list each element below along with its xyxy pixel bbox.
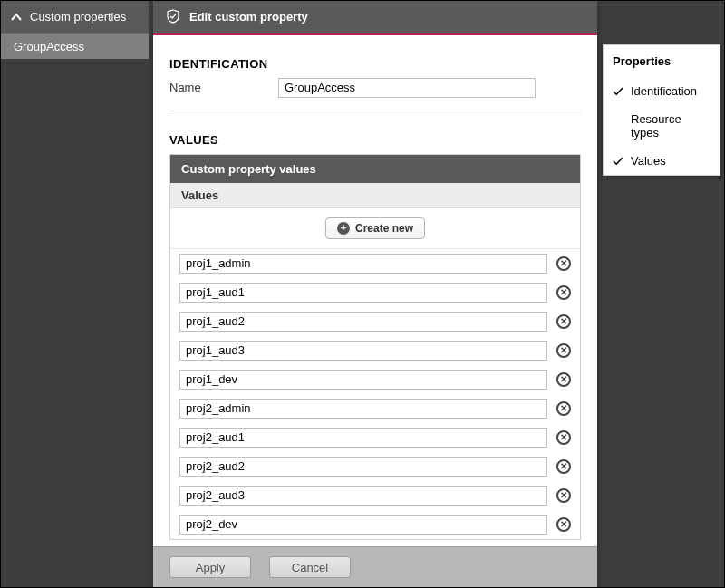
- value-row: ✕: [170, 394, 580, 423]
- apply-button[interactable]: Apply: [169, 556, 251, 578]
- properties-title: Properties: [604, 45, 720, 77]
- value-row: ✕: [170, 452, 580, 481]
- delete-icon[interactable]: ✕: [556, 372, 571, 387]
- value-input[interactable]: [179, 283, 547, 303]
- sidebar-item[interactable]: GroupAccess: [1, 34, 149, 59]
- properties-item[interactable]: Identification: [604, 77, 720, 105]
- shield-icon: [166, 9, 180, 24]
- value-row: ✕: [170, 365, 580, 394]
- value-row: ✕: [170, 278, 580, 307]
- delete-icon[interactable]: ✕: [556, 430, 571, 445]
- value-row: ✕: [170, 307, 580, 336]
- properties-item-label: Values: [631, 154, 666, 168]
- name-input[interactable]: [278, 78, 536, 98]
- properties-item[interactable]: Values: [604, 147, 720, 175]
- value-input[interactable]: [179, 399, 547, 419]
- delete-icon[interactable]: ✕: [556, 459, 571, 474]
- properties-item-label: Resource types: [631, 112, 710, 140]
- value-input[interactable]: [179, 428, 547, 448]
- delete-icon[interactable]: ✕: [556, 401, 571, 416]
- properties-item-label: Identification: [631, 84, 697, 98]
- sidebar: Custom properties GroupAccess: [1, 1, 149, 59]
- value-row: ✕: [170, 249, 580, 278]
- value-input[interactable]: [179, 312, 547, 332]
- footer: Apply Cancel: [153, 546, 597, 587]
- values-column-header: Values: [170, 183, 580, 208]
- value-input[interactable]: [179, 370, 547, 390]
- value-row: ✕: [170, 423, 580, 452]
- sidebar-header-label: Custom properties: [30, 10, 126, 24]
- values-card-header: Custom property values: [170, 155, 580, 183]
- check-icon: [613, 156, 624, 167]
- value-row: ✕: [170, 336, 580, 365]
- sidebar-header[interactable]: Custom properties: [1, 1, 149, 34]
- value-input[interactable]: [179, 457, 547, 477]
- delete-icon[interactable]: ✕: [556, 314, 571, 329]
- cancel-button[interactable]: Cancel: [269, 556, 351, 578]
- delete-icon[interactable]: ✕: [556, 343, 571, 358]
- titlebar: Edit custom property: [153, 1, 597, 35]
- delete-icon[interactable]: ✕: [556, 488, 571, 503]
- value-input[interactable]: [179, 515, 547, 535]
- value-row: ✕: [170, 481, 580, 510]
- value-input[interactable]: [179, 486, 547, 506]
- create-new-label: Create new: [355, 222, 413, 235]
- delete-icon[interactable]: ✕: [556, 285, 571, 300]
- identification-section-title: IDENTIFICATION: [169, 57, 581, 71]
- create-new-button[interactable]: + Create new: [325, 217, 425, 239]
- check-icon: [613, 86, 624, 97]
- values-section-title: VALUES: [169, 133, 581, 147]
- plus-icon: +: [337, 222, 350, 235]
- name-label: Name: [169, 81, 278, 94]
- delete-icon[interactable]: ✕: [556, 256, 571, 271]
- value-input[interactable]: [179, 341, 547, 361]
- sidebar-item-label: GroupAccess: [14, 40, 84, 53]
- value-row: ✕: [170, 510, 580, 539]
- main-panel: Edit custom property IDENTIFICATION Name…: [153, 1, 597, 587]
- value-input[interactable]: [179, 254, 547, 274]
- values-card: Custom property values Values + Create n…: [169, 154, 581, 540]
- titlebar-label: Edit custom property: [189, 10, 308, 24]
- chevron-up-icon: [10, 11, 23, 24]
- properties-item[interactable]: Resource types: [604, 105, 720, 147]
- properties-panel: Properties IdentificationResource typesV…: [603, 44, 720, 176]
- delete-icon[interactable]: ✕: [556, 517, 571, 532]
